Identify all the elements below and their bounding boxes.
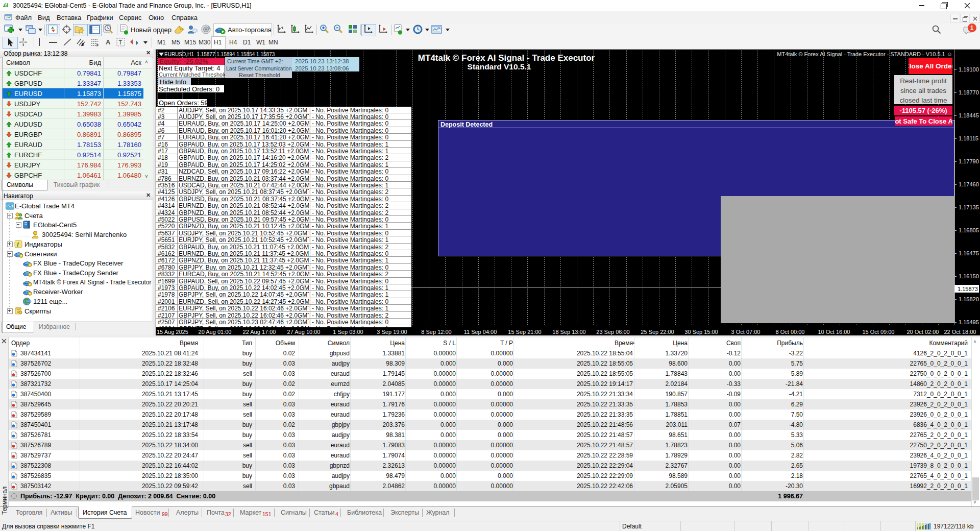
svg-text:E: E [82, 43, 84, 46]
svg-text:F: F [96, 43, 99, 47]
svg-text:MT4: MT4 [7, 205, 12, 208]
svg-text:T: T [119, 39, 122, 45]
